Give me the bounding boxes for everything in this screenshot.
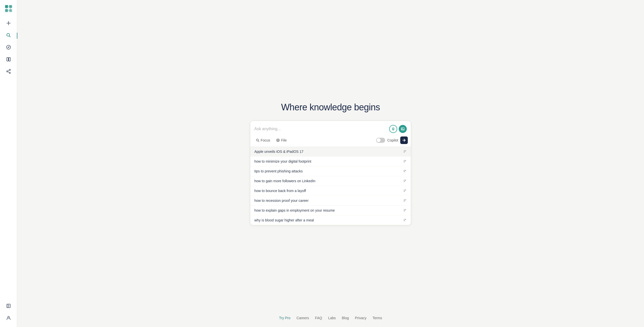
logo[interactable]: [4, 4, 13, 13]
footer-link[interactable]: Terms: [373, 316, 382, 320]
focus-button[interactable]: Focus: [253, 137, 273, 144]
suggestion-text: how to minimize your digital footprint: [254, 159, 403, 163]
footer-link[interactable]: Blog: [342, 316, 349, 320]
suggestion-arrow-icon: [403, 199, 407, 202]
svg-line-19: [8, 72, 9, 73]
svg-rect-14: [9, 58, 10, 61]
search-input-row: [250, 121, 411, 135]
svg-line-28: [258, 141, 259, 142]
suggestion-item[interactable]: how to explain gaps in employment on you…: [250, 206, 411, 215]
suggestion-item[interactable]: Apple unveils iOS & iPadOS 17: [250, 147, 411, 157]
footer-link[interactable]: Careers: [297, 316, 309, 320]
search-nav-button[interactable]: [4, 30, 14, 40]
suggestion-arrow-icon: [403, 150, 407, 153]
page-title: Where knowledge begins: [281, 102, 380, 113]
suggestion-item[interactable]: how to recession proof your career: [250, 196, 411, 206]
send-button[interactable]: [400, 136, 408, 144]
expand-sidebar-button[interactable]: [4, 301, 14, 311]
svg-point-26: [402, 128, 402, 129]
copilot-toggle-row: Copilot: [376, 136, 408, 144]
discover-button[interactable]: [4, 42, 14, 52]
search-box: Focus File Copilot: [250, 121, 411, 225]
active-indicator: [17, 33, 17, 39]
suggestion-text: how to gain more followers on LinkedIn: [254, 179, 403, 183]
suggestion-text: why is blood sugar higher after a meal: [254, 218, 403, 222]
copilot-label: Copilot: [387, 138, 398, 142]
share-button[interactable]: [4, 66, 14, 76]
image-button[interactable]: [399, 125, 407, 133]
suggestion-item[interactable]: how to bounce back from a layoff: [250, 186, 411, 196]
main-content: Where knowledge begins: [17, 0, 644, 327]
file-label: File: [281, 138, 287, 142]
suggestion-item[interactable]: how to gain more followers on LinkedIn: [250, 176, 411, 186]
search-action-icons: [389, 125, 407, 133]
svg-point-12: [7, 45, 11, 49]
suggestion-item[interactable]: tips to prevent phishing attacks: [250, 166, 411, 176]
svg-line-11: [9, 36, 10, 37]
suggestion-arrow-icon: [403, 218, 407, 222]
voice-button[interactable]: [389, 125, 397, 133]
search-toolbar: Focus File Copilot: [250, 135, 411, 147]
library-button[interactable]: [4, 54, 14, 64]
suggestion-text: how to bounce back from a layoff: [254, 189, 403, 193]
suggestion-arrow-icon: [403, 169, 407, 173]
footer-link[interactable]: Privacy: [355, 316, 367, 320]
svg-rect-20: [7, 304, 10, 308]
suggestion-text: how to explain gaps in employment on you…: [254, 208, 403, 212]
svg-point-17: [7, 71, 8, 72]
svg-point-23: [392, 128, 394, 129]
search-input[interactable]: [254, 127, 387, 131]
suggestion-arrow-icon: [403, 189, 407, 193]
suggestion-arrow-icon: [403, 209, 407, 212]
focus-label: Focus: [261, 138, 270, 142]
footer-link[interactable]: FAQ: [315, 316, 322, 320]
svg-rect-13: [7, 58, 8, 61]
suggestion-text: tips to prevent phishing attacks: [254, 169, 403, 173]
new-thread-button[interactable]: [4, 18, 14, 28]
suggestion-arrow-icon: [403, 179, 407, 183]
footer-link[interactable]: Try Pro: [279, 316, 290, 320]
svg-line-18: [8, 70, 9, 71]
suggestion-item[interactable]: how to minimize your digital footprint: [250, 157, 411, 166]
copilot-toggle[interactable]: [376, 138, 385, 143]
suggestion-text: how to recession proof your career: [254, 199, 403, 203]
sidebar: [0, 0, 17, 327]
file-button[interactable]: File: [274, 137, 289, 144]
suggestion-arrow-icon: [403, 160, 407, 163]
suggestions-list: Apple unveils iOS & iPadOS 17how to mini…: [250, 147, 411, 225]
footer-link[interactable]: Labs: [328, 316, 336, 320]
footer: Try ProCareersFAQLabsBlogPrivacyTerms: [279, 316, 382, 320]
suggestion-item[interactable]: why is blood sugar higher after a meal: [250, 215, 411, 225]
suggestion-text: Apple unveils iOS & iPadOS 17: [254, 150, 403, 154]
profile-button[interactable]: [4, 313, 14, 323]
